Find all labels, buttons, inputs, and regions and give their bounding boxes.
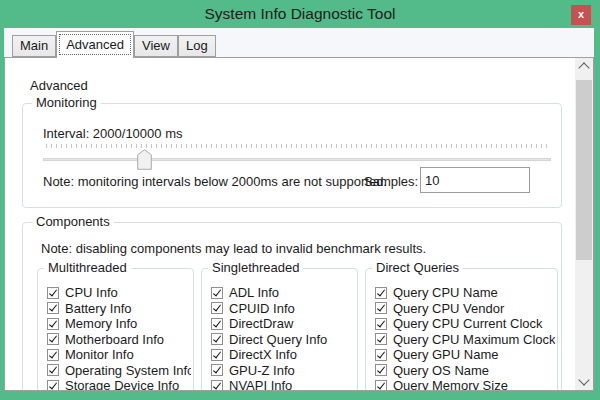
checkmark-icon	[377, 365, 385, 374]
checkbox[interactable]	[47, 349, 59, 361]
checkbox-row: Query CPU Name	[375, 285, 555, 301]
checkmark-icon	[213, 318, 221, 327]
checkbox-row: CPU Info	[47, 285, 191, 301]
samples-input[interactable]	[420, 167, 530, 193]
checkmark-icon	[213, 287, 221, 296]
checkbox[interactable]	[211, 318, 223, 330]
checkmark-icon	[49, 318, 57, 327]
checkbox-row: DirectDraw	[211, 316, 355, 332]
checkbox-row: GPU-Z Info	[211, 363, 355, 379]
checkmark-icon	[377, 334, 385, 343]
checkbox[interactable]	[211, 349, 223, 361]
checkmark-icon	[213, 365, 221, 374]
singlethreaded-group-label: Singlethreaded	[208, 260, 303, 275]
checkbox[interactable]	[211, 333, 223, 345]
checkmark-icon	[49, 380, 57, 389]
checkbox[interactable]	[375, 349, 387, 361]
checkbox-label: Query CPU Maximum Clock	[393, 332, 555, 347]
window-client-area: Main Advanced View Log Advanced Monitori…	[4, 28, 594, 391]
page-heading: Advanced	[30, 78, 88, 93]
checkbox-label: Query CPU Vendor	[393, 301, 504, 316]
checkbox[interactable]	[375, 333, 387, 345]
tab-advanced[interactable]: Advanced	[56, 31, 134, 58]
singlethreaded-groupbox: Singlethreaded ADL InfoCPUID InfoDirectD…	[201, 268, 358, 391]
checkbox-label: Query CPU Current Clock	[393, 316, 543, 331]
checkmark-icon	[377, 287, 385, 296]
slider-tick-marks	[46, 144, 551, 148]
checkbox[interactable]	[375, 318, 387, 330]
checkbox[interactable]	[47, 333, 59, 345]
components-note: Note: disabling components may lead to i…	[41, 241, 426, 256]
checkbox-label: Motherboard Info	[65, 332, 164, 347]
direct-queries-groupbox: Direct Queries Query CPU NameQuery CPU V…	[365, 268, 558, 391]
checkbox-label: CPUID Info	[229, 301, 295, 316]
checkbox-label: Query GPU Name	[393, 347, 498, 362]
monitoring-note: Note: monitoring intervals below 2000ms …	[43, 174, 387, 189]
checkbox-label: Query OS Name	[393, 363, 489, 378]
close-button[interactable]: x	[571, 5, 591, 25]
checkbox[interactable]	[47, 287, 59, 299]
checkbox[interactable]	[47, 302, 59, 314]
titlebar: System Info Diagnostic Tool	[0, 0, 600, 28]
checkbox[interactable]	[211, 302, 223, 314]
checkbox-label: GPU-Z Info	[229, 363, 295, 378]
checkmark-icon	[213, 303, 221, 312]
checkbox-row: Query GPU Name	[375, 347, 555, 363]
checkbox[interactable]	[211, 364, 223, 376]
app-window: System Info Diagnostic Tool x Main Advan…	[0, 0, 600, 400]
checkmark-icon	[377, 318, 385, 327]
tab-page-advanced: Advanced Monitoring Interval: 2000/10000…	[4, 57, 594, 391]
checkbox-row: Query OS Name	[375, 363, 555, 379]
checkbox-row: Battery Info	[47, 301, 191, 317]
tab-main[interactable]: Main	[12, 35, 56, 57]
scroll-up-button[interactable]	[575, 58, 593, 75]
multithreaded-checkbox-list: CPU InfoBattery InfoMemory InfoMotherboa…	[47, 285, 191, 391]
checkbox-row: Storage Device Info	[47, 378, 191, 391]
checkmark-icon	[377, 380, 385, 389]
checkbox[interactable]	[47, 380, 59, 391]
checkbox[interactable]	[47, 318, 59, 330]
checkmark-icon	[377, 303, 385, 312]
vertical-scrollbar[interactable]	[575, 58, 593, 390]
checkbox-row: ADL Info	[211, 285, 355, 301]
chevron-down-icon	[578, 374, 589, 385]
checkbox-label: DirectX Info	[229, 347, 297, 362]
checkbox-label: Query CPU Name	[393, 285, 498, 300]
checkbox-row: Query Memory Size	[375, 378, 555, 391]
checkbox-row: Query CPU Current Clock	[375, 316, 555, 332]
monitoring-groupbox: Monitoring Interval: 2000/10000 ms Note:…	[22, 103, 562, 208]
checkbox[interactable]	[375, 302, 387, 314]
scrollbar-thumb[interactable]	[576, 80, 592, 260]
checkbox-label: Battery Info	[65, 301, 131, 316]
checkmark-icon	[213, 349, 221, 358]
checkbox-row: DirectX Info	[211, 347, 355, 363]
checkmark-icon	[213, 334, 221, 343]
interval-slider-track[interactable]	[43, 158, 551, 161]
checkbox[interactable]	[375, 364, 387, 376]
checkmark-icon	[49, 303, 57, 312]
checkbox[interactable]	[375, 380, 387, 391]
checkbox[interactable]	[211, 287, 223, 299]
tab-view[interactable]: View	[134, 35, 178, 57]
checkbox-row: Query CPU Maximum Clock	[375, 332, 555, 348]
checkbox-label: NVAPI Info	[229, 378, 292, 391]
interval-value-label: Interval: 2000/10000 ms	[43, 126, 182, 141]
checkbox-label: Monitor Info	[65, 347, 134, 362]
slider-thumb-shape	[137, 149, 152, 170]
checkbox[interactable]	[375, 287, 387, 299]
checkbox-label: DirectDraw	[229, 316, 293, 331]
checkbox[interactable]	[211, 380, 223, 391]
tab-log[interactable]: Log	[178, 35, 216, 57]
checkbox-label: Operating System Info	[65, 363, 191, 378]
singlethreaded-checkbox-list: ADL InfoCPUID InfoDirectDrawDirect Query…	[211, 285, 355, 391]
interval-slider-thumb[interactable]	[137, 149, 152, 170]
direct-queries-checkbox-list: Query CPU NameQuery CPU VendorQuery CPU …	[375, 285, 555, 391]
scroll-down-button[interactable]	[575, 373, 593, 390]
checkmark-icon	[213, 380, 221, 389]
multithreaded-group-label: Multithreaded	[44, 260, 131, 275]
checkmark-icon	[377, 349, 385, 358]
checkbox-row: Monitor Info	[47, 347, 191, 363]
checkbox[interactable]	[47, 364, 59, 376]
checkbox-label: Direct Query Info	[229, 332, 327, 347]
checkbox-row: Operating System Info	[47, 363, 191, 379]
